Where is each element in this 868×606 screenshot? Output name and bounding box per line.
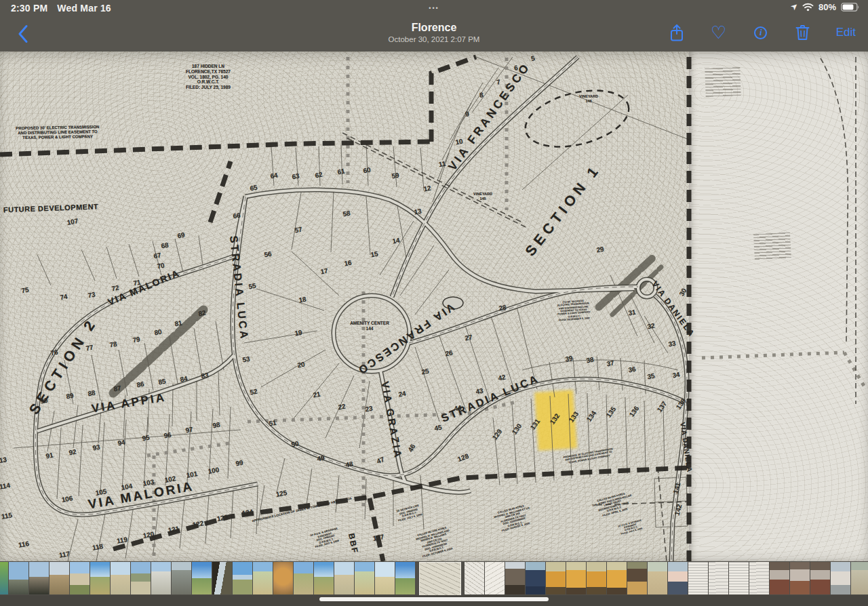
lot-number: 76 [50, 348, 59, 357]
photo-thumbnail[interactable] [770, 562, 789, 594]
photo-thumbnail[interactable] [790, 562, 810, 594]
photo-thumbnail[interactable] [253, 562, 273, 594]
lot-number: 94 [117, 439, 126, 447]
photo-thumbnail[interactable] [831, 562, 850, 594]
wifi-icon [802, 3, 814, 12]
info-button[interactable]: i [752, 23, 770, 42]
photo-thumbnail[interactable] [273, 562, 293, 594]
photo-thumbnail[interactable] [729, 562, 749, 594]
lot-number: 7 [496, 78, 500, 86]
lot-number: 13 [414, 207, 422, 216]
photo-thumbnail[interactable] [334, 562, 354, 594]
lot-number: 90 [40, 397, 49, 405]
lot-number: 16 [344, 259, 353, 268]
photo-thumbnail[interactable] [192, 562, 212, 594]
info-icon: i [754, 26, 767, 39]
photo-thumbnail[interactable] [212, 562, 232, 594]
favorite-button[interactable]: ♡ [710, 23, 728, 42]
lot-number: 98 [212, 421, 221, 430]
photo-thumbnail[interactable] [131, 562, 151, 594]
back-button[interactable] [18, 24, 34, 45]
lot-number: 59 [391, 171, 400, 180]
photo-thumbnail[interactable] [526, 562, 545, 594]
photo-viewer[interactable]: VIA FRANCESCOVIA FRANCESCOVIA GRAZIASTRA… [0, 52, 868, 561]
photo-thumbnail[interactable] [668, 562, 688, 594]
photo-thumbnail[interactable] [749, 562, 769, 594]
photo-thumbnail[interactable] [294, 562, 313, 594]
lot-number: 31 [628, 308, 637, 317]
photo-thumbnail[interactable] [233, 562, 252, 594]
photo-thumbnail[interactable] [111, 562, 130, 594]
lot-number: 29 [596, 245, 605, 254]
edit-button[interactable]: Edit [836, 26, 856, 39]
photo-thumbnail[interactable] [546, 562, 566, 594]
photo-thumbnail[interactable] [50, 562, 69, 594]
share-button[interactable] [668, 23, 686, 42]
lot-number: 83 [201, 371, 210, 380]
lot-number: 78 [109, 340, 118, 349]
photo-thumbnail[interactable] [648, 562, 667, 594]
trash-icon [795, 24, 810, 41]
heart-icon: ♡ [711, 26, 726, 39]
lot-number: 57 [294, 226, 303, 235]
photo-thumbnail[interactable] [485, 562, 505, 594]
status-time: 2:30 PM [11, 3, 47, 14]
lot-number: 53 [242, 355, 251, 364]
photo-thumbnail[interactable] [375, 562, 395, 594]
photo-thumbnail[interactable] [851, 562, 868, 594]
lot-number: 15 [370, 250, 379, 259]
lot-number: 34 [672, 371, 681, 380]
lot-number: 75 [21, 286, 30, 295]
photo-thumbnail[interactable] [90, 562, 110, 594]
lot-number: 69 [177, 231, 186, 240]
photo-thumbnail[interactable] [587, 562, 606, 594]
lot-number: 70 [157, 262, 165, 270]
photo-thumbnail[interactable] [0, 562, 8, 594]
photo-thumbnail[interactable] [395, 562, 415, 594]
photo-thumbnail[interactable] [688, 562, 708, 594]
map-note: VINEYARD145 [473, 192, 492, 201]
map-note: 187 HIDDEN LNFLORENCE,TX 76527VOL. 1802,… [186, 64, 231, 90]
lot-number: 49 [317, 454, 326, 463]
photo-thumbnail[interactable] [172, 562, 191, 594]
lot-number: 60 [363, 166, 372, 175]
lot-number: 39 [565, 355, 574, 363]
lot-number: 22 [338, 403, 347, 411]
photo-thumbnail[interactable] [465, 562, 484, 594]
photo-thumbnail[interactable] [607, 562, 627, 594]
lot-number: 91 [45, 451, 54, 460]
photo-thumbnail[interactable] [151, 562, 171, 594]
photo-thumbnail[interactable] [709, 562, 728, 594]
delete-button[interactable] [794, 23, 812, 42]
lot-number: 25 [421, 367, 430, 376]
photo-thumbnail[interactable] [9, 562, 28, 594]
lot-number: 77 [85, 344, 94, 352]
lot-number: 88 [87, 389, 96, 398]
photo-thumbnail[interactable] [627, 562, 647, 594]
lot-number: 56 [264, 250, 273, 259]
current-photo-thumbnail[interactable] [419, 562, 461, 595]
photo-thumbnail[interactable] [70, 562, 90, 594]
lot-number: 6 [513, 64, 518, 72]
photo-thumbnail[interactable] [29, 562, 49, 594]
photo-title: Florence [389, 22, 480, 34]
lot-number: 50 [291, 440, 300, 449]
share-icon [669, 24, 684, 42]
photo-thumbnail[interactable] [810, 562, 830, 594]
lot-number: 71 [133, 279, 142, 287]
lot-number: 33 [668, 340, 677, 348]
lot-number: 99 [235, 459, 244, 468]
lot-number: 52 [250, 388, 258, 397]
lot-number: 42 [498, 373, 507, 382]
lot-number: 67 [153, 251, 162, 260]
back-chevron-icon [18, 24, 28, 43]
home-indicator[interactable] [319, 597, 549, 601]
lot-number: 87 [113, 384, 122, 393]
lot-number: 61 [337, 167, 346, 176]
lot-number: 82 [198, 309, 207, 318]
photo-thumbnail[interactable] [314, 562, 334, 594]
photo-thumbnail[interactable] [355, 562, 374, 594]
photo-thumbnail[interactable] [566, 562, 586, 594]
photo-thumbnail[interactable] [505, 562, 525, 594]
lot-number: 32 [647, 322, 656, 331]
